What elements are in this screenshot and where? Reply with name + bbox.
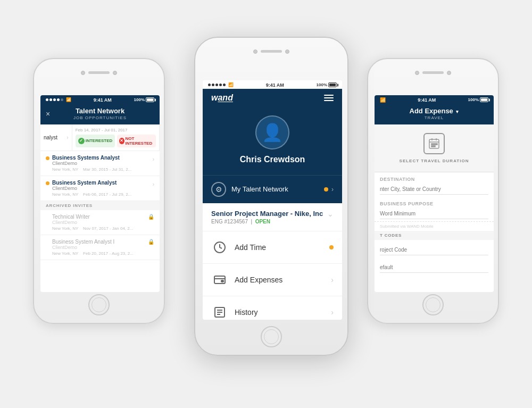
- chevron-right-icon: ›: [153, 181, 154, 187]
- profile-name: Chris Crewdson: [240, 155, 305, 164]
- left-time: 9:41 AM: [94, 97, 112, 103]
- left-signal: 📶: [46, 97, 71, 102]
- chevron-right-icon: ›: [66, 135, 68, 140]
- right-subtitle: TRAVEL: [380, 115, 488, 120]
- destination-input[interactable]: [380, 184, 488, 195]
- right-home-button[interactable]: [422, 294, 444, 315]
- purpose-input[interactable]: [380, 209, 488, 219]
- item-info: Business System Analyst ClientDemo New Y…: [52, 180, 153, 197]
- left-phone-notch: [81, 71, 117, 75]
- chevron-right-icon: ›: [331, 308, 334, 317]
- right-phone: 📶 9:41 AM 100% Add Expense ▾ TRAVEL: [367, 58, 499, 324]
- talent-network-row[interactable]: ⚙ My Talent Network ›: [203, 175, 342, 203]
- dot-indicator: [46, 181, 49, 185]
- center-camera2: [285, 49, 289, 54]
- gear-icon: ⚙: [211, 182, 226, 197]
- right-phone-notch: [415, 71, 451, 75]
- right-status-bar: 📶 9:41 AM 100%: [375, 95, 494, 104]
- archive-icon: 🔒: [148, 214, 154, 220]
- svg-rect-3: [221, 280, 223, 282]
- svg-rect-15: [431, 146, 433, 147]
- archived-section-header: ARCHIVED INVITES: [40, 201, 160, 210]
- wand-logo: wand: [211, 93, 233, 103]
- open-badge: OPEN: [255, 219, 270, 224]
- dot-indicator: [46, 156, 49, 160]
- notification-dot: [329, 245, 334, 249]
- list-item[interactable]: Business System Analyst I ClientDemo New…: [40, 235, 160, 260]
- add-expenses-menu-item[interactable]: Add Expenses ›: [203, 264, 342, 296]
- chevron-down-icon: ⌄: [327, 210, 334, 218]
- purpose-label: Business Purpose: [380, 201, 488, 206]
- right-speaker: [422, 71, 444, 74]
- add-expenses-label: Add Expenses: [235, 276, 282, 284]
- not-interested-tag[interactable]: ✕ NOT INTERESTED: [117, 135, 156, 147]
- chevron-right-icon: ›: [331, 186, 334, 193]
- check-circle-icon: ✓: [78, 138, 85, 144]
- left-screen: 📶 9:41 AM 100% × Talent Network JOB OPPO…: [40, 95, 160, 292]
- clock-icon: [211, 239, 228, 256]
- center-phone-notch: [253, 49, 289, 54]
- center-screen: 📶 9:41 AM 100% wand 👤: [203, 80, 342, 320]
- left-camera2: [113, 71, 117, 75]
- center-camera: [253, 49, 257, 54]
- right-screen: 📶 9:41 AM 100% Add Expense ▾ TRAVEL: [375, 95, 494, 292]
- analyst-label: nalyst: [44, 135, 57, 140]
- center-signal: 📶: [208, 82, 234, 87]
- job-title: Senior Project Manager - Nike, Inc: [211, 210, 323, 218]
- left-home-button[interactable]: [88, 294, 110, 315]
- phones-container: 📶 9:41 AM 100% × Talent Network JOB OPPO…: [5, 7, 527, 401]
- center-phone: 📶 9:41 AM 100% wand 👤: [194, 37, 348, 356]
- item-info: Business System Analyst I ClientDemo New…: [52, 239, 148, 256]
- hamburger-menu[interactable]: [324, 95, 334, 101]
- center-profile: 👤 Chris Crewdson: [203, 107, 342, 175]
- left-status-bar: 📶 9:41 AM 100%: [40, 95, 160, 104]
- right-camera: [415, 71, 419, 75]
- default-input[interactable]: [380, 262, 488, 273]
- svg-rect-12: [431, 144, 433, 145]
- submitted-note: Submitted via WAND Mobile: [375, 221, 494, 231]
- left-analyst-cell[interactable]: nalyst ›: [40, 124, 72, 151]
- calendar-icon: [423, 133, 445, 154]
- destination-section: Destination: [375, 172, 494, 197]
- dropdown-arrow-icon: ▾: [456, 109, 459, 114]
- archive-icon: 🔒: [148, 239, 154, 245]
- list-item[interactable]: Business Systems Analyst ClientDemo New …: [40, 151, 160, 176]
- codes-label: T CODES: [380, 233, 488, 238]
- right-signal: 📶: [380, 97, 386, 103]
- left-battery: 100%: [134, 97, 154, 102]
- codes-section: T CODES: [375, 231, 494, 240]
- chevron-right-icon: ›: [331, 276, 334, 284]
- center-speaker: [261, 50, 282, 53]
- project-code-input[interactable]: [380, 245, 488, 255]
- left-subtitle: JOB OPPORTUNITIES: [46, 115, 154, 120]
- right-camera2: [447, 71, 451, 75]
- history-menu-item[interactable]: History ›: [203, 296, 342, 320]
- left-speaker: [88, 71, 110, 74]
- left-camera: [81, 71, 85, 75]
- svg-rect-16: [434, 146, 435, 147]
- right-title: Add Expense ▾: [380, 107, 488, 115]
- left-action-row: nalyst › Feb 14, 2017 - Jul 01, 2017 ✓ I…: [40, 124, 160, 151]
- default-section: [375, 257, 494, 275]
- left-header: × Talent Network JOB OPPORTUNITIES: [40, 104, 160, 124]
- item-info: Business Systems Analyst ClientDemo New …: [52, 155, 153, 172]
- center-nav: wand: [203, 89, 342, 107]
- add-time-menu-item[interactable]: Add Time: [203, 231, 342, 264]
- job-meta: ENG #1234567 | OPEN: [211, 219, 323, 224]
- travel-duration-section[interactable]: SELECT TRAVEL DURATION: [375, 124, 494, 172]
- interested-tag[interactable]: ✓ INTERESTED: [76, 135, 115, 147]
- history-label: History: [235, 308, 258, 317]
- left-phone: 📶 9:41 AM 100% × Talent Network JOB OPPO…: [33, 58, 165, 324]
- purpose-section: Business Purpose: [375, 197, 494, 221]
- list-item[interactable]: Business System Analyst ClientDemo New Y…: [40, 176, 160, 201]
- center-home-button[interactable]: [261, 326, 282, 347]
- svg-rect-13: [434, 144, 435, 145]
- job-row[interactable]: Senior Project Manager - Nike, Inc ENG #…: [203, 203, 342, 231]
- svg-rect-14: [436, 144, 437, 145]
- user-icon: 👤: [262, 122, 283, 143]
- left-title: Talent Network: [46, 107, 154, 115]
- center-status-bar: 📶 9:41 AM 100%: [203, 80, 342, 89]
- svg-rect-1: [214, 276, 225, 284]
- list-item[interactable]: Technical Writer ClientDemo New York, NY…: [40, 210, 160, 235]
- destination-label: Destination: [380, 177, 488, 182]
